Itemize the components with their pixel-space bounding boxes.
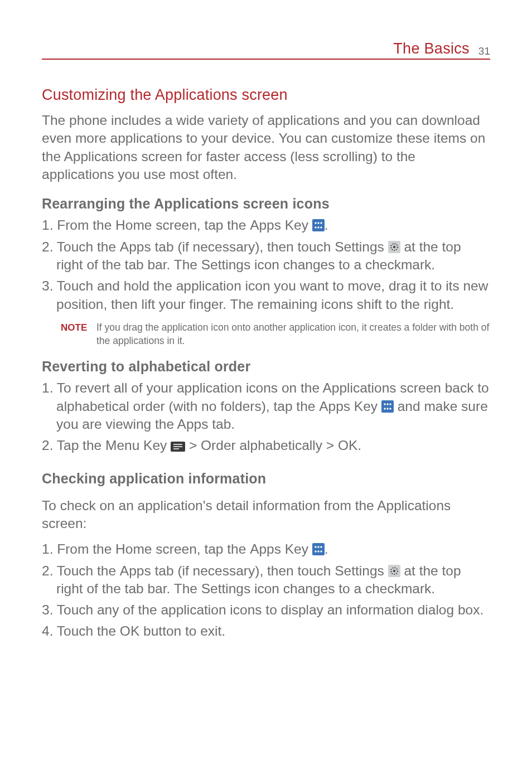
svg-point-16: [389, 408, 391, 409]
ok-label: OK: [338, 438, 357, 453]
step-2: 2. Touch the Apps tab (if necessary), th…: [42, 238, 490, 274]
svg-point-15: [386, 408, 388, 409]
text: 2. Touch the: [42, 239, 120, 254]
apps-key-label: Apps Key: [319, 399, 378, 414]
apps-key-label: Apps Key: [250, 217, 308, 233]
text: 2. Touch the: [42, 563, 120, 578]
apps-tab-label: Apps: [120, 563, 151, 578]
page-number: 31: [478, 45, 490, 57]
svg-point-5: [317, 227, 319, 229]
document-page: The Basics 31 Customizing the Applicatio…: [0, 0, 532, 641]
svg-point-27: [320, 550, 322, 552]
text: 1. From the Home screen, tap the: [42, 541, 250, 556]
heading-rearranging: Rearranging the Applications screen icon…: [42, 196, 490, 212]
svg-point-13: [389, 403, 391, 405]
step-3: 3. Touch and hold the application icon y…: [42, 277, 490, 313]
step-3: 3. Touch any of the application icons to…: [42, 601, 490, 619]
svg-rect-10: [381, 400, 394, 413]
apps-tab-label: Apps: [120, 239, 151, 254]
svg-rect-21: [312, 543, 325, 555]
settings-gear-icon: [388, 241, 400, 253]
para-checking: To check on an application's detail info…: [42, 497, 490, 533]
text: 1. From the Home screen, tap the: [42, 217, 250, 233]
svg-point-1: [315, 222, 316, 224]
svg-rect-19: [173, 446, 182, 447]
page-header: The Basics 31: [42, 40, 490, 60]
svg-point-6: [320, 227, 322, 229]
text: 2. Tap the: [42, 438, 105, 453]
text: .: [325, 217, 328, 233]
svg-point-22: [315, 546, 316, 548]
note-label: NOTE: [61, 321, 96, 333]
apps-key-icon: [381, 400, 394, 413]
svg-point-14: [384, 408, 385, 409]
heading-checking: Checking application information: [42, 471, 490, 487]
svg-point-11: [384, 403, 385, 405]
svg-point-12: [386, 403, 388, 405]
svg-point-3: [320, 222, 322, 224]
svg-point-2: [317, 222, 319, 224]
text: .: [357, 438, 361, 453]
svg-point-4: [315, 227, 316, 229]
apps-key-icon: [312, 543, 325, 555]
step-1: 1. To revert all of your application ico…: [42, 379, 490, 433]
svg-point-25: [315, 550, 316, 552]
svg-rect-18: [173, 444, 182, 445]
text: tab (if necessary), then touch Settings: [151, 239, 388, 254]
ok-label: OK: [120, 623, 139, 638]
svg-rect-20: [173, 448, 179, 449]
text: >: [189, 438, 201, 453]
step-1: 1. From the Home screen, tap the Apps Ke…: [42, 540, 490, 558]
step-2: 2. Touch the Apps tab (if necessary), th…: [42, 562, 490, 598]
order-alpha-label: Order alphabetically: [201, 438, 322, 453]
settings-gear-icon: [388, 565, 400, 577]
svg-rect-0: [312, 219, 325, 231]
note-text: If you drag the application icon onto an…: [96, 321, 490, 347]
apps-key-icon: [312, 219, 325, 231]
text: tab (if necessary), then touch Settings: [151, 563, 388, 578]
menu-key-label: Menu Key: [105, 438, 167, 453]
step-1: 1. From the Home screen, tap the Apps Ke…: [42, 216, 490, 234]
heading-customizing: Customizing the Applications screen: [42, 86, 490, 104]
steps-checking: 1. From the Home screen, tap the Apps Ke…: [42, 540, 490, 641]
steps-rearranging: 1. From the Home screen, tap the Apps Ke…: [42, 216, 490, 313]
apps-key-label: Apps Key: [250, 541, 308, 556]
step-4: 4. Touch the OK button to exit.: [42, 622, 490, 640]
svg-point-30: [393, 569, 395, 572]
heading-reverting: Reverting to alphabetical order: [42, 359, 490, 375]
text: 4. Touch the: [42, 623, 120, 638]
svg-point-26: [317, 550, 319, 552]
section-title: The Basics: [393, 40, 470, 57]
menu-key-icon: [171, 442, 185, 452]
para-customizing: The phone includes a wide variety of app…: [42, 112, 490, 183]
text: .: [325, 541, 328, 556]
text: >: [322, 438, 338, 453]
svg-point-24: [320, 546, 322, 548]
step-2: 2. Tap the Menu Key > Order alphabetical…: [42, 437, 490, 454]
svg-point-9: [393, 245, 395, 248]
steps-reverting: 1. To revert all of your application ico…: [42, 379, 490, 454]
text: button to exit.: [139, 623, 225, 638]
note-block: NOTE If you drag the application icon on…: [42, 321, 490, 347]
svg-point-23: [317, 546, 319, 548]
